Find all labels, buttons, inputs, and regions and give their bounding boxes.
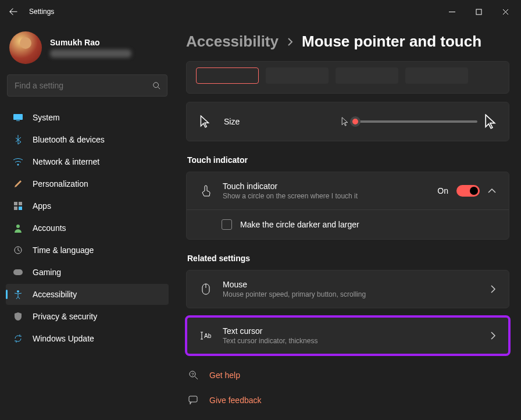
chevron-up-icon[interactable] xyxy=(488,188,496,194)
give-feedback-link[interactable]: Give feedback xyxy=(186,392,509,408)
svg-point-9 xyxy=(16,225,20,228)
sidebar-item-label: Privacy & security xyxy=(33,312,97,321)
window-title: Settings xyxy=(29,8,54,16)
close-icon xyxy=(502,9,509,15)
close-button[interactable] xyxy=(492,0,519,23)
titlebar: Settings xyxy=(0,0,521,23)
user-name: Sumukh Rao xyxy=(50,38,131,47)
touch-indicator-row[interactable]: Touch indicator Show a circle on the scr… xyxy=(187,172,509,209)
minimize-button[interactable] xyxy=(438,0,465,23)
sidebar-item-network[interactable]: Network & internet xyxy=(6,151,169,172)
checkbox-darker-larger[interactable] xyxy=(222,219,232,230)
touch-toggle[interactable] xyxy=(456,185,480,197)
sidebar-item-label: Personalization xyxy=(33,179,88,188)
sidebar-item-label: Gaming xyxy=(33,268,61,277)
feedback-icon xyxy=(187,396,200,405)
svg-rect-5 xyxy=(14,202,17,205)
sidebar-item-apps[interactable]: Apps xyxy=(6,195,169,216)
svg-rect-2 xyxy=(13,114,23,120)
shield-icon xyxy=(13,312,23,321)
related-mouse-desc: Mouse pointer speed, primary button, scr… xyxy=(223,290,480,298)
svg-rect-11 xyxy=(13,269,23,275)
main-content: Accessibility Mouse pointer and touch Si… xyxy=(174,23,521,420)
svg-rect-8 xyxy=(19,207,22,210)
brush-icon xyxy=(13,179,23,188)
chevron-right-icon xyxy=(490,285,496,293)
cursor-small-icon xyxy=(341,117,348,126)
touch-section-title: Touch indicator xyxy=(187,155,509,165)
sidebar-item-system[interactable]: System xyxy=(6,107,169,128)
chevron-right-icon xyxy=(490,332,496,340)
related-mouse-row[interactable]: Mouse Mouse pointer speed, primary butto… xyxy=(187,270,509,308)
mouse-icon xyxy=(199,283,212,295)
related-textcursor-title: Text cursor xyxy=(223,326,480,336)
wifi-icon xyxy=(13,158,23,166)
sidebar-item-time[interactable]: Time & language xyxy=(6,240,169,261)
svg-rect-3 xyxy=(16,120,20,121)
sidebar-item-accessibility[interactable]: Accessibility xyxy=(6,284,169,305)
pointer-style-option-4[interactable] xyxy=(405,67,468,84)
sidebar-item-label: Bluetooth & devices xyxy=(33,135,105,144)
sidebar-item-update[interactable]: Windows Update xyxy=(6,328,169,349)
clock-icon xyxy=(13,245,23,255)
slider-thumb[interactable] xyxy=(350,116,361,127)
svg-text:?: ? xyxy=(191,372,194,377)
chevron-right-icon xyxy=(287,38,294,46)
svg-point-1 xyxy=(154,83,159,88)
search-box[interactable] xyxy=(7,74,167,97)
sidebar-item-gaming[interactable]: Gaming xyxy=(6,262,169,283)
sidebar: Sumukh Rao System Bluetooth & devices Ne… xyxy=(0,23,174,420)
help-icon: ? xyxy=(187,370,200,380)
gamepad-icon xyxy=(13,269,23,276)
get-help-label: Get help xyxy=(209,371,240,380)
touch-subrow[interactable]: Make the circle darker and larger xyxy=(187,209,509,239)
maximize-icon xyxy=(476,9,482,15)
get-help-link[interactable]: ? Get help xyxy=(186,366,509,384)
accessibility-icon xyxy=(13,290,23,299)
sidebar-item-privacy[interactable]: Privacy & security xyxy=(6,306,169,327)
related-mouse-title: Mouse xyxy=(223,280,480,289)
search-icon xyxy=(152,81,160,90)
user-profile[interactable]: Sumukh Rao xyxy=(6,28,169,74)
display-icon xyxy=(13,113,23,122)
related-mouse-card: Mouse Mouse pointer speed, primary butto… xyxy=(186,270,509,308)
pointer-style-card xyxy=(186,61,509,94)
touch-title: Touch indicator xyxy=(223,181,427,191)
size-label: Size xyxy=(224,117,329,126)
sidebar-item-personalization[interactable]: Personalization xyxy=(6,173,169,194)
breadcrumb-parent[interactable]: Accessibility xyxy=(186,33,279,51)
pointer-style-option-1[interactable] xyxy=(196,67,259,84)
pointer-style-option-3[interactable] xyxy=(336,67,398,84)
sidebar-item-label: Accessibility xyxy=(33,290,77,299)
breadcrumb: Accessibility Mouse pointer and touch xyxy=(186,33,509,51)
touch-icon xyxy=(199,185,212,197)
svg-point-4 xyxy=(17,164,19,166)
nav: System Bluetooth & devices Network & int… xyxy=(6,107,169,349)
sidebar-item-label: Windows Update xyxy=(33,334,94,343)
related-textcursor-desc: Text cursor indicator, thickness xyxy=(223,337,480,345)
touch-indicator-card: Touch indicator Show a circle on the scr… xyxy=(186,172,509,240)
sidebar-item-label: Accounts xyxy=(33,223,66,233)
touch-sub-label: Make the circle darker and larger xyxy=(240,220,359,229)
sidebar-item-label: Network & internet xyxy=(33,157,99,166)
back-button[interactable] xyxy=(2,0,24,23)
svg-text:Ab: Ab xyxy=(204,333,212,339)
search-input[interactable] xyxy=(7,74,167,97)
related-section-title: Related settings xyxy=(187,254,509,263)
give-feedback-label: Give feedback xyxy=(209,396,262,405)
svg-rect-18 xyxy=(189,396,197,402)
sidebar-item-bluetooth[interactable]: Bluetooth & devices xyxy=(6,129,169,150)
arrow-left-icon xyxy=(9,8,17,16)
breadcrumb-current: Mouse pointer and touch xyxy=(302,33,481,51)
sidebar-item-label: System xyxy=(33,113,60,122)
person-icon xyxy=(13,223,23,233)
slider-track[interactable] xyxy=(355,120,477,123)
svg-rect-0 xyxy=(476,9,481,15)
bluetooth-icon xyxy=(13,135,23,144)
sidebar-item-accounts[interactable]: Accounts xyxy=(6,218,169,239)
touch-desc: Show a circle on the screen where I touc… xyxy=(223,192,427,200)
maximize-button[interactable] xyxy=(465,0,492,23)
pointer-style-option-2[interactable] xyxy=(266,67,329,84)
size-slider[interactable] xyxy=(340,114,496,129)
related-textcursor-row[interactable]: Ab Text cursor Text cursor indicator, th… xyxy=(187,317,509,354)
